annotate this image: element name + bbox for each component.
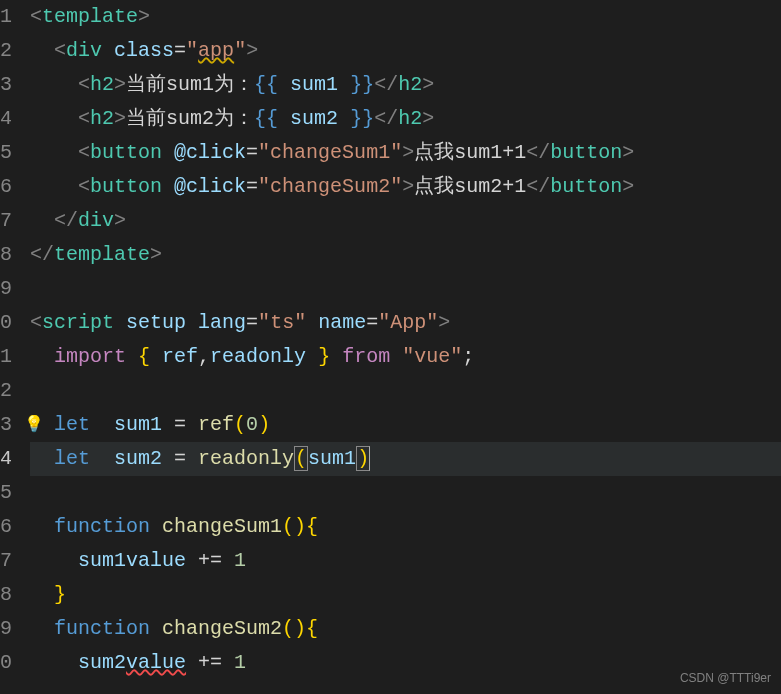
line-number: 4 (0, 102, 10, 136)
line-number: 5 (0, 476, 10, 510)
line-number: 7 (0, 544, 10, 578)
code-line[interactable] (30, 272, 781, 306)
code-line[interactable]: <button @click="changeSum1">点我sum1+1</bu… (30, 136, 781, 170)
line-number: 1 (0, 0, 10, 34)
line-number-gutter: 1 2 3 4 5 6 7 8 9 0 1 2 3 4 5 6 7 8 9 0 (0, 0, 18, 694)
code-line[interactable]: 💡 let sum1 = ref(0) (30, 408, 781, 442)
lightbulb-icon[interactable]: 💡 (24, 408, 44, 442)
line-number: 8 (0, 578, 10, 612)
line-number: 1 (0, 340, 10, 374)
code-area[interactable]: <template> <div class="app"> <h2>当前sum1为… (18, 0, 781, 694)
code-line[interactable]: let sum2 = readonly(sum1) (30, 442, 781, 476)
code-line[interactable]: sum2value += 1 (30, 646, 781, 680)
line-number: 0 (0, 646, 10, 680)
line-number: 7 (0, 204, 10, 238)
code-line[interactable]: <script setup lang="ts" name="App"> (30, 306, 781, 340)
code-line[interactable]: <button @click="changeSum2">点我sum2+1</bu… (30, 170, 781, 204)
code-line[interactable]: import { ref,readonly } from "vue"; (30, 340, 781, 374)
line-number: 3 (0, 408, 10, 442)
line-number: 6 (0, 510, 10, 544)
watermark: CSDN @TTTi9er (680, 668, 771, 688)
code-line[interactable]: <div class="app"> (30, 34, 781, 68)
code-line[interactable]: sum1value += 1 (30, 544, 781, 578)
line-number: 8 (0, 238, 10, 272)
code-line[interactable]: </template> (30, 238, 781, 272)
line-number: 3 (0, 68, 10, 102)
code-line[interactable]: <h2>当前sum1为：{{ sum1 }}</h2> (30, 68, 781, 102)
line-number: 0 (0, 306, 10, 340)
code-line[interactable]: </div> (30, 204, 781, 238)
code-line[interactable]: } (30, 578, 781, 612)
code-line[interactable]: <h2>当前sum2为：{{ sum2 }}</h2> (30, 102, 781, 136)
code-editor[interactable]: 1 2 3 4 5 6 7 8 9 0 1 2 3 4 5 6 7 8 9 0 … (0, 0, 781, 694)
line-number: 9 (0, 272, 10, 306)
line-number: 2 (0, 34, 10, 68)
line-number: 4 (0, 442, 10, 476)
line-number: 2 (0, 374, 10, 408)
line-number: 6 (0, 170, 10, 204)
line-number: 9 (0, 612, 10, 646)
code-line[interactable]: <template> (30, 0, 781, 34)
code-line[interactable] (30, 374, 781, 408)
code-line[interactable] (30, 476, 781, 510)
code-line[interactable]: function changeSum2(){ (30, 612, 781, 646)
line-number: 5 (0, 136, 10, 170)
code-line[interactable]: function changeSum1(){ (30, 510, 781, 544)
